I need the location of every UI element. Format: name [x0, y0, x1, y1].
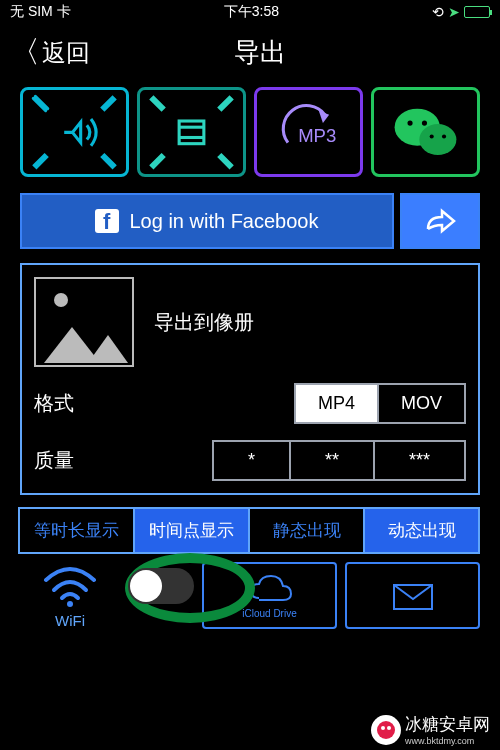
facebook-login-button[interactable]: f Log in with Facebook [20, 193, 394, 249]
format-audio-card[interactable] [20, 87, 129, 177]
orientation-lock-icon: ⟲ [432, 4, 444, 20]
quality-3[interactable]: *** [373, 440, 466, 481]
svg-point-5 [419, 124, 456, 155]
svg-point-9 [442, 134, 446, 138]
clock: 下午3:58 [224, 3, 279, 21]
svg-point-16 [387, 726, 391, 730]
quality-segment: * ** *** [214, 440, 466, 481]
tab-duration[interactable]: 等时长显示 [18, 507, 135, 554]
quality-1[interactable]: * [212, 440, 291, 481]
wifi-label: WiFi [20, 612, 120, 629]
location-icon: ➤ [448, 4, 460, 20]
facebook-row: f Log in with Facebook [0, 193, 500, 249]
svg-rect-0 [179, 121, 204, 144]
quality-label: 质量 [34, 447, 114, 474]
svg-point-8 [430, 134, 434, 138]
status-bar: 无 SIM 卡 下午3:58 ⟲ ➤ [0, 0, 500, 24]
watermark-url: www.bktdmy.com [405, 736, 490, 746]
svg-point-7 [422, 120, 427, 125]
svg-point-6 [407, 120, 412, 125]
facebook-icon: f [95, 209, 119, 233]
wifi-icon [40, 562, 100, 608]
header: 〈 返回 导出 [0, 24, 500, 81]
share-button[interactable] [400, 193, 480, 249]
page-title: 导出 [30, 35, 490, 70]
battery-icon [464, 6, 490, 18]
tab-dynamic[interactable]: 动态出现 [363, 507, 480, 554]
status-icons: ⟲ ➤ [432, 4, 490, 20]
mail-button[interactable] [345, 562, 480, 629]
display-mode-tabs: 等时长显示 时间点显示 静态出现 动态出现 [0, 507, 500, 554]
svg-text:f: f [103, 209, 111, 233]
format-mov[interactable]: MOV [377, 383, 466, 424]
format-label: 格式 [34, 390, 114, 417]
facebook-login-label: Log in with Facebook [129, 210, 318, 233]
tab-static[interactable]: 静态出现 [248, 507, 365, 554]
format-mp3-card[interactable]: MP3 [254, 87, 363, 177]
quality-2[interactable]: ** [289, 440, 375, 481]
export-label: 导出到像册 [154, 309, 254, 336]
watermark: 冰糖安卓网 www.bktdmy.com [361, 709, 500, 750]
wifi-button[interactable]: WiFi [20, 562, 120, 629]
mail-icon [390, 579, 436, 613]
svg-point-14 [377, 721, 395, 739]
svg-text:MP3: MP3 [298, 124, 336, 145]
wechat-icon [374, 86, 477, 179]
format-wechat-card[interactable] [371, 87, 480, 177]
svg-point-12 [67, 601, 73, 607]
format-video-card[interactable] [137, 87, 246, 177]
image-thumbnail[interactable] [34, 277, 134, 367]
svg-point-15 [381, 726, 385, 730]
watermark-logo-icon [371, 715, 401, 745]
cloud-icon [247, 572, 293, 606]
bottom-actions: WiFi iCloud Drive [0, 562, 500, 629]
share-arrow-icon [424, 207, 456, 235]
wifi-toggle[interactable] [128, 568, 194, 604]
format-card-row: MP3 [0, 87, 500, 177]
sim-status: 无 SIM 卡 [10, 3, 71, 21]
icloud-label: iCloud Drive [242, 608, 296, 619]
tab-timepoint[interactable]: 时间点显示 [133, 507, 250, 554]
format-mp4[interactable]: MP4 [294, 383, 379, 424]
export-panel: 导出到像册 格式 MP4 MOV 质量 * ** *** [20, 263, 480, 495]
icloud-button[interactable]: iCloud Drive [202, 562, 337, 629]
format-segment: MP4 MOV [296, 383, 466, 424]
watermark-name: 冰糖安卓网 [405, 713, 490, 736]
